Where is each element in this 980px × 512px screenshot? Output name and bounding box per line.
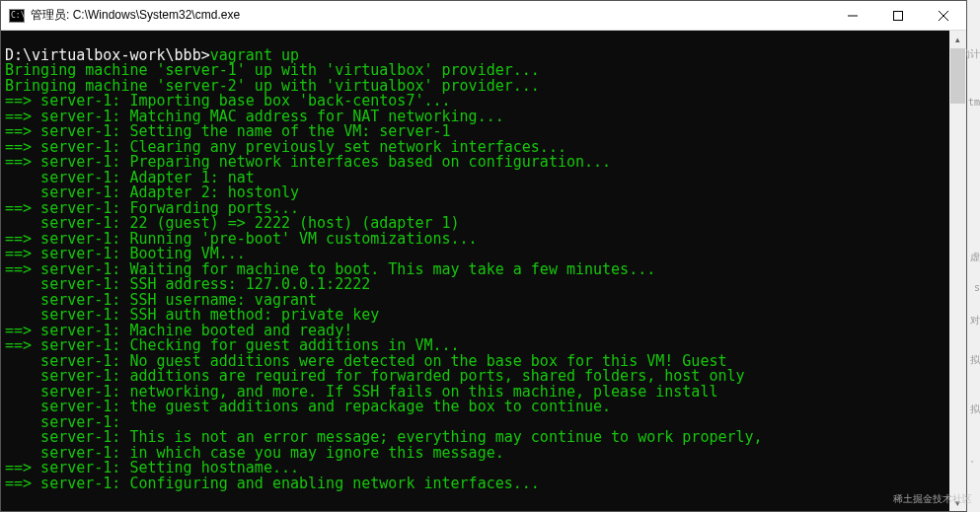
bg-text: 拟	[970, 353, 980, 367]
window-title: 管理员: C:\Windows\System32\cmd.exe	[31, 7, 830, 24]
cmd-window: C:\ 管理员: C:\Windows\System32\cmd.exe D:\…	[0, 0, 967, 512]
cmd-icon: C:\	[9, 9, 25, 23]
terminal-area: D:\virtualbox-work\bbb>vagrant upBringin…	[1, 31, 966, 511]
scroll-up-arrow[interactable]: ▴	[949, 31, 966, 47]
minimize-icon	[848, 11, 858, 21]
terminal-output[interactable]: D:\virtualbox-work\bbb>vagrant upBringin…	[1, 31, 949, 511]
close-icon	[939, 11, 948, 21]
window-controls	[830, 1, 966, 31]
terminal-line: ==> server-1: Configuring and enabling n…	[5, 476, 947, 492]
vertical-scrollbar[interactable]: ▴ ▾	[949, 31, 966, 511]
bg-text: s	[974, 282, 980, 293]
svg-rect-0	[894, 11, 903, 20]
bg-text: 。	[970, 452, 980, 466]
bg-text: 对	[970, 314, 980, 328]
scrollbar-thumb[interactable]	[950, 48, 965, 104]
minimize-button[interactable]	[830, 1, 875, 31]
bg-text: 拟	[970, 402, 980, 416]
bg-text: 虚	[970, 251, 980, 264]
bg-text: tm	[968, 97, 980, 108]
maximize-icon	[893, 11, 903, 21]
maximize-button[interactable]	[875, 1, 921, 31]
terminal-line: server-1: the guest additions and repack…	[5, 400, 947, 415]
titlebar[interactable]: C:\ 管理员: C:\Windows\System32\cmd.exe	[1, 1, 966, 31]
close-button[interactable]	[921, 1, 966, 31]
watermark-text: 稀土掘金技术社区	[893, 492, 972, 506]
